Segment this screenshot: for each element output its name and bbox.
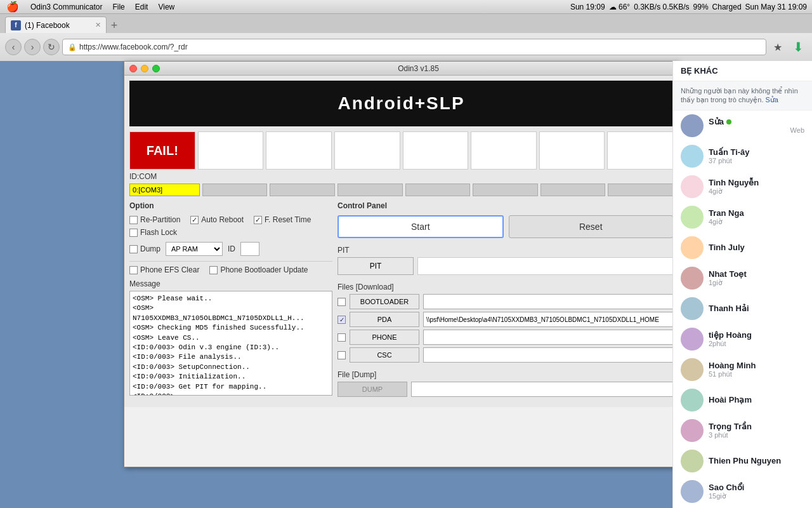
dump-type-select[interactable]: AP RAM	[166, 242, 223, 256]
pda-check-mark: ✓	[339, 316, 344, 323]
re-partition-option[interactable]: Re-Partition	[129, 215, 180, 224]
sidebar-note: Những người bạn này không thể nhìn thấy …	[673, 81, 812, 110]
dump-option[interactable]: Dump	[129, 244, 160, 253]
phone-bootloader-checkbox[interactable]	[209, 266, 218, 274]
csc-button[interactable]: CSC	[350, 347, 419, 363]
auto-reboot-checkbox[interactable]: ✓	[190, 216, 199, 224]
menu-file[interactable]: File	[107, 3, 129, 11]
csc-checkbox[interactable]	[337, 351, 346, 359]
facebook-tab[interactable]: f (1) Facebook ✕	[5, 17, 107, 33]
friend-info: Thien Phu Nguyen	[709, 456, 804, 465]
bootloader-checkbox[interactable]	[337, 298, 346, 306]
re-partition-checkbox[interactable]	[129, 216, 138, 224]
option-row-2: Flash Lock	[129, 228, 332, 237]
friend-name: Hoàng Minh	[709, 361, 804, 370]
friend-item[interactable]: Thien Phu Nguyen	[673, 446, 812, 476]
back-button[interactable]: ‹	[5, 39, 22, 55]
phone-path	[423, 330, 673, 345]
friend-info: Trọng Trần 3 phút	[709, 422, 804, 439]
address-bar[interactable]: 🔒 https://www.facebook.com/?_rdr	[62, 39, 766, 55]
friend-item[interactable]: Nhat Toẹt 1giờ	[673, 263, 812, 293]
friend-avatar	[681, 175, 704, 198]
tab-close-button[interactable]: ✕	[95, 21, 101, 29]
flash-lock-label: Flash Lock	[140, 228, 177, 237]
dump-file-button[interactable]: DUMP	[337, 382, 407, 397]
pda-checkbox[interactable]: ✓	[337, 316, 346, 324]
friend-time: 4giờ	[709, 218, 723, 226]
window-close-button[interactable]	[129, 65, 137, 72]
new-tab-button[interactable]: +	[107, 18, 122, 33]
message-line: <ID:0/003> Initialization..	[133, 372, 329, 382]
flash-lock-checkbox[interactable]	[129, 229, 138, 237]
left-column: Option Re-Partition ✓ Auto Reboot ✓	[129, 201, 332, 402]
dump-path-field	[411, 382, 673, 397]
id-input-field[interactable]	[240, 242, 259, 256]
bootloader-button[interactable]: BOOTLOADER	[350, 294, 419, 309]
flash-lock-option[interactable]: Flash Lock	[129, 228, 177, 237]
friend-item[interactable]: Sao Chổi 15giờ	[673, 476, 812, 507]
window-maximize-button[interactable]	[152, 65, 160, 72]
dump-checkbox[interactable]	[129, 245, 138, 253]
idcom-label: ID:COM	[129, 172, 673, 181]
forward-button[interactable]: ›	[24, 39, 41, 55]
menu-edit[interactable]: Edit	[130, 3, 154, 11]
friend-info: Tuấn Ti-ây 37 phút	[709, 147, 804, 164]
bookmark-icon[interactable]: ★	[769, 38, 787, 56]
sidebar-note-link[interactable]: Sửa	[766, 96, 778, 104]
message-line: <OSM> N7105XXDMB3_N7105OLBDMC1_N7105DXDL…	[133, 304, 329, 323]
friend-name: Tinh July	[709, 243, 804, 252]
time-display: Sun 19:09	[570, 3, 605, 11]
friend-info: Hoàng Minh 51 phút	[709, 361, 804, 378]
browser-actions: ★ ⬇	[769, 38, 807, 56]
friend-item[interactable]: Hoài Phạm	[673, 385, 812, 415]
friend-info: Tinh July	[709, 243, 804, 252]
message-box[interactable]: <OSM> Please wait..<OSM> N7105XXDMB3_N71…	[129, 291, 332, 396]
content-area: Odin3 v1.85 Android+SLP FAIL! ID:COM	[0, 61, 812, 508]
reset-button[interactable]: Reset	[509, 215, 674, 238]
friend-name: Thanh Hải	[709, 304, 804, 313]
f-reset-option[interactable]: ✓ F. Reset Time	[254, 215, 311, 224]
friend-info: Tran Nga 4giờ	[709, 208, 804, 226]
progress-slot-4	[403, 131, 469, 170]
pda-button[interactable]: PDA	[350, 312, 419, 327]
phone-button[interactable]: PHONE	[350, 330, 419, 345]
friend-time: 37 phút	[709, 157, 732, 164]
weather-display: ☁ 66°	[609, 3, 630, 11]
refresh-button[interactable]: ↻	[43, 39, 60, 55]
window-minimize-button[interactable]	[141, 65, 148, 72]
start-button[interactable]: Start	[337, 215, 504, 238]
friend-avatar	[681, 145, 704, 168]
friend-item[interactable]: tiệp Hoàng 2phút	[673, 324, 812, 354]
menu-view[interactable]: View	[153, 3, 180, 11]
message-line: <OSM> Please wait..	[133, 294, 329, 304]
odin-content: Android+SLP FAIL! ID:COM 0:[COM3]	[124, 76, 678, 407]
friend-item[interactable]: Trọng Trần 3 phút	[673, 415, 812, 446]
friend-name: Nhat Toẹt	[709, 269, 804, 279]
friend-item[interactable]: Sửa Web	[673, 110, 812, 141]
phone-efs-option[interactable]: Phone EFS Clear	[129, 265, 199, 274]
phone-bootloader-option[interactable]: Phone Bootloader Update	[209, 265, 308, 274]
friend-item[interactable]: Tran Nga 4giờ	[673, 202, 812, 232]
friend-item[interactable]: Hoàng Minh 51 phút	[673, 354, 812, 385]
browser-toolbar: ‹ › ↻ 🔒 https://www.facebook.com/?_rdr ★…	[0, 33, 812, 61]
message-line: <ID:0/003> File analysis..	[133, 352, 329, 362]
apple-menu[interactable]: 🍎	[0, 1, 25, 13]
file-dump-label: File [Dump]	[337, 370, 673, 379]
phone-bootloader-label: Phone Bootloader Update	[220, 265, 308, 274]
phone-checkbox[interactable]	[337, 333, 346, 342]
main-layout: Option Re-Partition ✓ Auto Reboot ✓	[129, 201, 673, 402]
friend-item[interactable]: Tinh Nguyễn 4giờ	[673, 171, 812, 202]
divider-1	[129, 261, 332, 262]
idcom-slot-3	[337, 184, 403, 196]
menu-odin[interactable]: Odin3 Communicator	[25, 3, 107, 11]
auto-reboot-option[interactable]: ✓ Auto Reboot	[190, 215, 244, 224]
friend-item[interactable]: Thanh Hải	[673, 293, 812, 324]
phone-efs-checkbox[interactable]	[129, 266, 138, 274]
f-reset-checkbox[interactable]: ✓	[254, 216, 262, 224]
pit-section: PIT PIT	[337, 246, 673, 275]
friend-item[interactable]: Tinh July	[673, 232, 812, 263]
download-icon[interactable]: ⬇	[789, 38, 807, 56]
friend-item[interactable]: Tuấn Ti-ây 37 phút	[673, 141, 812, 171]
pit-button[interactable]: PIT	[337, 257, 414, 275]
pit-section-label: PIT	[337, 246, 673, 255]
